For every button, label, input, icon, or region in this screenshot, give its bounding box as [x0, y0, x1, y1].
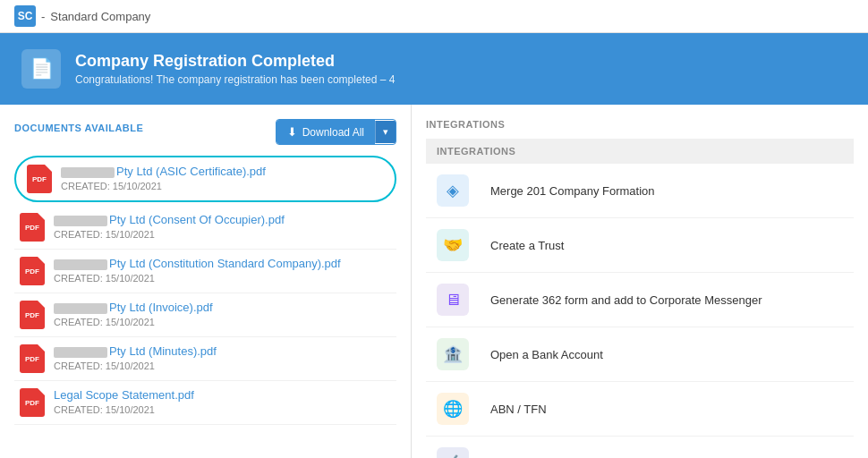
- integration-row[interactable]: 🖥Generate 362 form and add to Corporate …: [426, 273, 854, 327]
- doc-name-blurred: [54, 347, 107, 358]
- doc-date: CREATED: 15/10/2021: [54, 404, 391, 415]
- doc-date: CREATED: 15/10/2021: [54, 360, 391, 371]
- breadcrumb-company: Standard Company: [50, 10, 150, 23]
- document-item: PDFPty Ltd (ASIC Certificate).pdfCREATED…: [14, 156, 396, 202]
- integration-icon: 🏦: [437, 338, 469, 370]
- document-item: PDFPty Ltd (Constitution Standard Compan…: [14, 250, 396, 293]
- breadcrumb-prefix: -: [41, 10, 45, 23]
- pdf-icon: PDF: [20, 344, 45, 373]
- top-bar: SC - Standard Company: [0, 0, 868, 33]
- document-item: PDFPty Ltd (Minutes).pdfCREATED: 15/10/2…: [14, 337, 396, 381]
- integration-icon: ✍: [437, 447, 469, 458]
- doc-date: CREATED: 15/10/2021: [54, 229, 391, 240]
- doc-name-link[interactable]: Pty Ltd (ASIC Certificate).pdf: [61, 165, 266, 178]
- integration-row[interactable]: 🏦Open a Bank Account: [426, 327, 854, 382]
- download-icon: ⬇: [287, 125, 297, 139]
- doc-info: Pty Ltd (Invoice).pdfCREATED: 15/10/2021: [54, 301, 391, 327]
- document-item: PDFPty Ltd (Consent Of Occupier).pdfCREA…: [14, 206, 396, 250]
- caret-icon: ▾: [383, 126, 388, 137]
- banner-icon: 📄: [21, 49, 61, 89]
- integrations-table-header: INTEGRATIONS: [426, 139, 854, 164]
- integration-icon-cell: 🏦: [426, 327, 480, 382]
- integration-name: Create a Trust: [480, 218, 854, 273]
- doc-name-blurred: [54, 216, 107, 226]
- integrations-header: INTEGRATIONS: [426, 119, 854, 130]
- documents-panel: DOCUMENTS AVAILABLE ⬇ Download All ▾ PDF…: [0, 105, 412, 458]
- doc-info: Pty Ltd (Constitution Standard Company).…: [54, 257, 391, 284]
- doc-info: Legal Scope Statement.pdfCREATED: 15/10/…: [54, 388, 391, 415]
- integration-name: Generate 362 form and add to Corporate M…: [480, 273, 854, 327]
- pdf-icon: PDF: [20, 388, 45, 417]
- download-all-button[interactable]: ⬇ Download All ▾: [276, 119, 396, 145]
- integration-row[interactable]: 🤝Create a Trust: [426, 218, 854, 273]
- doc-name-link[interactable]: Pty Ltd (Consent Of Occupier).pdf: [54, 213, 285, 226]
- banner-subtitle: Congratulations! The company registratio…: [75, 73, 395, 86]
- integration-icon: 🤝: [437, 229, 469, 261]
- integration-name: ABN / TFN: [480, 382, 854, 437]
- integration-icon-cell: 🤝: [426, 218, 480, 273]
- integration-row[interactable]: ✍Electronic Signing: [426, 437, 854, 459]
- integrations-table: INTEGRATIONS ◈Merge 201 Company Formatio…: [426, 139, 854, 458]
- doc-name-link[interactable]: Pty Ltd (Invoice).pdf: [54, 301, 213, 314]
- banner-text: Company Registration Completed Congratul…: [75, 52, 395, 86]
- integration-icon-cell: 🌐: [426, 382, 480, 437]
- integration-icon: ◈: [437, 174, 469, 207]
- doc-info: Pty Ltd (Consent Of Occupier).pdfCREATED…: [54, 213, 391, 240]
- pdf-icon: PDF: [27, 165, 52, 193]
- integration-icon: 🖥: [437, 284, 469, 316]
- integration-icon-cell: ◈: [426, 164, 480, 218]
- doc-info: Pty Ltd (Minutes).pdfCREATED: 15/10/2021: [54, 344, 391, 371]
- integration-icon: 🌐: [437, 393, 469, 425]
- banner-title: Company Registration Completed: [75, 52, 395, 71]
- doc-date: CREATED: 15/10/2021: [54, 273, 391, 284]
- doc-name-link[interactable]: Pty Ltd (Constitution Standard Company).…: [54, 257, 341, 270]
- document-item: PDFLegal Scope Statement.pdfCREATED: 15/…: [14, 381, 396, 425]
- integration-name: Electronic Signing: [480, 437, 854, 459]
- doc-date: CREATED: 15/10/2021: [54, 317, 391, 327]
- doc-info: Pty Ltd (ASIC Certificate).pdfCREATED: 1…: [61, 165, 384, 191]
- download-all-caret[interactable]: ▾: [375, 121, 396, 143]
- document-list: PDFPty Ltd (ASIC Certificate).pdfCREATED…: [14, 156, 396, 425]
- doc-name-blurred: [61, 167, 115, 178]
- download-all-main[interactable]: ⬇ Download All: [277, 120, 375, 144]
- documents-header: DOCUMENTS AVAILABLE: [14, 123, 143, 133]
- doc-name-link[interactable]: Legal Scope Statement.pdf: [54, 388, 194, 402]
- doc-name-blurred: [54, 259, 107, 270]
- docs-header-row: DOCUMENTS AVAILABLE ⬇ Download All ▾: [14, 119, 396, 145]
- document-item: PDFPty Ltd (Invoice).pdfCREATED: 15/10/2…: [14, 293, 396, 337]
- download-all-label: Download All: [302, 126, 364, 139]
- integration-row[interactable]: ◈Merge 201 Company Formation: [426, 164, 854, 218]
- pdf-icon: PDF: [20, 257, 45, 285]
- integration-icon-cell: 🖥: [426, 273, 480, 327]
- main-content: DOCUMENTS AVAILABLE ⬇ Download All ▾ PDF…: [0, 105, 868, 458]
- doc-name-blurred: [54, 303, 107, 314]
- registration-banner: 📄 Company Registration Completed Congrat…: [0, 33, 868, 105]
- doc-date: CREATED: 15/10/2021: [61, 181, 384, 191]
- integrations-panel: INTEGRATIONS INTEGRATIONS ◈Merge 201 Com…: [412, 105, 868, 458]
- doc-name-link[interactable]: Pty Ltd (Minutes).pdf: [54, 344, 217, 358]
- integration-name: Merge 201 Company Formation: [480, 164, 854, 218]
- integration-name: Open a Bank Account: [480, 327, 854, 382]
- pdf-icon: PDF: [20, 213, 45, 242]
- integration-row[interactable]: 🌐ABN / TFN: [426, 382, 854, 437]
- integration-icon-cell: ✍: [426, 437, 480, 459]
- company-icon: SC: [14, 5, 36, 27]
- pdf-icon: PDF: [20, 301, 45, 329]
